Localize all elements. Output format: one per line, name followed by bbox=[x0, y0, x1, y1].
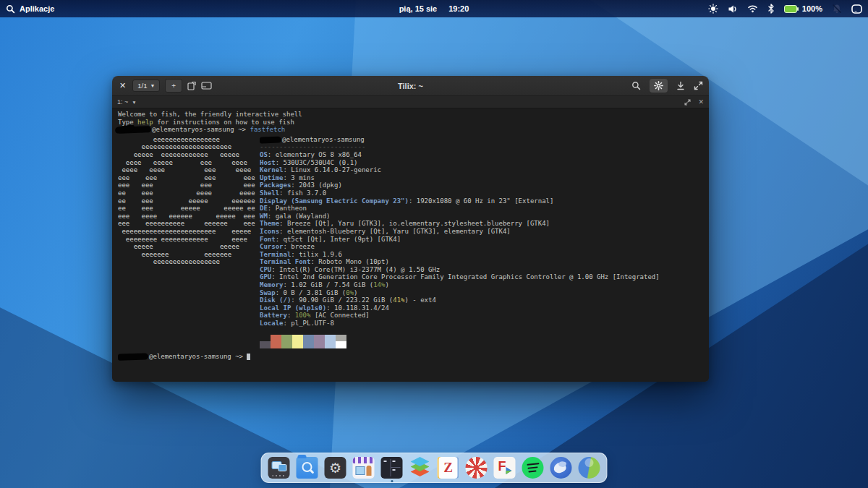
terminal-text: : breeze bbox=[284, 243, 315, 250]
terminal-text: Theme bbox=[260, 220, 279, 227]
terminal-line: GPU: Intel 2nd Generation Core Processor… bbox=[260, 273, 660, 281]
night-light-icon[interactable] bbox=[708, 4, 718, 14]
search-terminal-icon[interactable] bbox=[631, 81, 641, 90]
terminal-text: : Intel 2nd Generation Core Processor Fa… bbox=[271, 273, 659, 281]
wifi-icon[interactable] bbox=[747, 4, 758, 13]
terminal-line: WM: gala (Wayland) bbox=[260, 213, 660, 221]
fastfetch-block: eeeeeeeeeeeeeeeee eeeeeeeeeeeeeeeeeeeeee… bbox=[118, 136, 705, 328]
titlebar[interactable]: Tilix: ~ ✕ 1/1 ▼ ＋ bbox=[112, 76, 709, 95]
close-pane-icon[interactable]: ✕ bbox=[698, 98, 704, 106]
terminal-text: for instructions on how to use fish bbox=[153, 119, 294, 126]
terminal-text: Local IP (wlp1s0) bbox=[260, 304, 326, 312]
bluetooth-icon[interactable] bbox=[767, 4, 775, 14]
top-panel: Aplikacje pią, 15 sie 19:20 100% bbox=[0, 0, 868, 17]
terminal-text: Locale bbox=[260, 320, 284, 327]
new-session-button[interactable]: ＋ bbox=[165, 79, 182, 93]
applications-menu-button[interactable]: Aplikacje bbox=[6, 4, 54, 14]
palette-block bbox=[325, 341, 336, 348]
terminal-line: Swap: 0 B / 3.81 GiB (0%) bbox=[260, 289, 660, 297]
applications-menu-label: Aplikacje bbox=[20, 4, 54, 13]
settings-gear-icon[interactable] bbox=[650, 79, 668, 93]
dock-item-web-browser[interactable] bbox=[579, 457, 600, 479]
terminal-line: Kernel: Linux 6.14.0-27-generic bbox=[260, 166, 660, 174]
redaction-scribble bbox=[260, 136, 281, 143]
dock: ⚙ Z F bbox=[261, 453, 608, 483]
palette-block bbox=[325, 335, 336, 342]
fullscreen-icon[interactable] bbox=[694, 81, 703, 90]
tab-current[interactable]: 1: ~ ▼ bbox=[117, 98, 137, 106]
terminal-line: OS: elementary OS 8 x86_64 bbox=[260, 151, 660, 159]
terminal-text: : fish 3.7.0 bbox=[279, 189, 326, 197]
dock-item-multitasking[interactable] bbox=[268, 457, 290, 479]
terminal-text: : pl_PL.UTF-8 bbox=[284, 320, 334, 327]
split-terminal-icon[interactable] bbox=[201, 82, 212, 90]
dock-item-flathub[interactable]: F bbox=[494, 457, 516, 479]
dock-item-layers-app[interactable] bbox=[409, 457, 431, 479]
terminal-text: fastfetch bbox=[250, 126, 285, 133]
terminal-text: Swap bbox=[260, 289, 276, 296]
terminal-text: [AC Connected] bbox=[310, 312, 369, 319]
terminal-text: CPU bbox=[260, 266, 271, 273]
clock[interactable]: pią, 15 sie 19:20 bbox=[399, 4, 469, 13]
palette-block bbox=[292, 341, 303, 348]
tab-label: 1: ~ bbox=[117, 98, 128, 106]
palette-block bbox=[336, 341, 346, 348]
terminal-text: ) bbox=[354, 289, 357, 296]
terminal-text: : bbox=[287, 312, 295, 319]
close-window-button[interactable]: ✕ bbox=[118, 81, 127, 90]
download-icon[interactable] bbox=[676, 81, 685, 90]
terminal-text: : gala (Wayland) bbox=[268, 213, 331, 220]
palette-block bbox=[260, 341, 271, 348]
terminal-text: : 1.02 GiB / 7.54 GiB ( bbox=[284, 281, 374, 288]
terminal-line: Icons: elementosh-Blueberry [Qt], Yaru [… bbox=[260, 228, 660, 236]
terminal-text: : 0 B / 3.81 GiB ( bbox=[276, 289, 346, 296]
terminal-text: : tilix 1.9.6 bbox=[291, 251, 341, 258]
terminal-output[interactable]: Welcome to fish, the friendly interactiv… bbox=[112, 108, 709, 382]
terminal-text: Terminal Font bbox=[260, 258, 310, 265]
session-switcher-button[interactable]: 1/1 ▼ bbox=[132, 80, 160, 92]
terminal-text: Cursor bbox=[260, 243, 284, 250]
terminal-text: 100% bbox=[295, 312, 311, 319]
dock-item-candy-app[interactable] bbox=[466, 457, 488, 479]
battery-percent: 100% bbox=[802, 4, 822, 13]
terminal-text: WM bbox=[260, 213, 268, 220]
terminal-text: : elementary OS 8 x86_64 bbox=[268, 151, 362, 158]
terminal-text: Kernel bbox=[260, 166, 284, 174]
terminal-line: Theme: Breeze [Qt], Yaru [GTK3], io.elem… bbox=[260, 220, 660, 228]
palette-row bbox=[260, 335, 705, 342]
dock-item-settings[interactable]: ⚙ bbox=[325, 457, 346, 479]
shell-prompt: @elementaryos-samsung ~> bbox=[118, 353, 705, 361]
dock-item-appcenter[interactable] bbox=[353, 457, 375, 479]
terminal-text: Terminal bbox=[260, 251, 291, 258]
terminal-line: Host: 530U3C/530U4C (0.1) bbox=[260, 159, 660, 167]
terminal-line: Uptime: 3 mins bbox=[260, 174, 660, 182]
terminal-line: @elementaryos-samsung ~> fastfetch bbox=[118, 126, 705, 134]
dock-item-zotero[interactable]: Z bbox=[438, 457, 459, 479]
volume-icon[interactable] bbox=[728, 4, 738, 14]
terminal-text: : 530U3C/530U4C (0.1) bbox=[276, 159, 358, 166]
terminal-line: Type help for instructions on how to use… bbox=[118, 119, 705, 127]
terminal-line: Battery: 100% [AC Connected] bbox=[260, 312, 660, 320]
terminal-text: : 90.90 GiB / 223.22 GiB ( bbox=[291, 296, 393, 304]
maximize-pane-icon[interactable] bbox=[684, 99, 691, 106]
terminal-text: : qt5ct [Qt], Inter (9pt) [GTK4] bbox=[276, 236, 401, 243]
notifications-disabled-icon[interactable] bbox=[832, 4, 842, 14]
palette-block bbox=[281, 341, 292, 348]
terminal-text: Type bbox=[118, 119, 137, 126]
terminal-intro-block: Welcome to fish, the friendly interactiv… bbox=[118, 111, 705, 134]
terminal-line: Cursor: breeze bbox=[260, 243, 660, 251]
terminal-line: Locale: pl_PL.UTF-8 bbox=[260, 320, 660, 328]
new-window-icon[interactable] bbox=[187, 81, 196, 90]
palette-block bbox=[303, 335, 314, 342]
dock-item-spotify[interactable] bbox=[522, 457, 544, 479]
terminal-text: : Linux 6.14.0-27-generic bbox=[284, 166, 381, 174]
dock-item-tilix[interactable] bbox=[381, 457, 403, 479]
terminal-text: @elementaryos-samsung bbox=[282, 136, 365, 143]
terminal-line: Local IP (wlp1s0): 10.118.31.4/24 bbox=[260, 304, 660, 312]
panel-time: 19:20 bbox=[448, 4, 469, 13]
dock-item-thunderbird[interactable] bbox=[550, 457, 572, 479]
terminal-text: help bbox=[137, 119, 153, 126]
battery-indicator[interactable]: 100% bbox=[784, 4, 822, 13]
session-indicator-icon[interactable] bbox=[851, 4, 862, 14]
dock-item-files[interactable] bbox=[297, 457, 318, 479]
